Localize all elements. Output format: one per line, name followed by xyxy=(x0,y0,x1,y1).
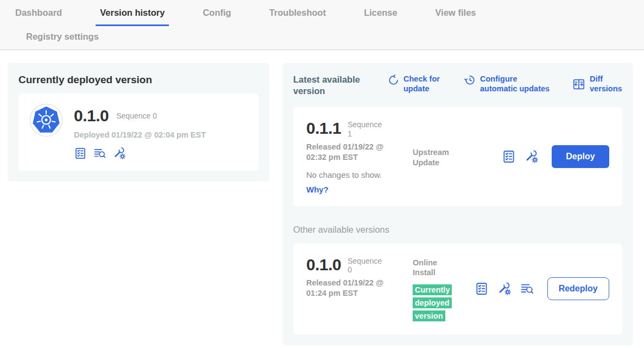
auto-update-icon xyxy=(464,74,476,86)
version-source-label: Online Install xyxy=(413,256,452,278)
nav-row-secondary: Registry settings xyxy=(15,26,644,49)
version-number: 0.1.0 xyxy=(74,108,109,124)
why-link[interactable]: Why? xyxy=(306,185,413,194)
sequence-label: Sequence 0 xyxy=(348,257,383,275)
latest-version-info: 0.1.1 Sequence 1 Released 01/19/22 @ 02:… xyxy=(306,119,413,194)
preflight-checks-icon[interactable] xyxy=(74,147,87,160)
diff-versions-label: Diff versions xyxy=(590,74,622,94)
deploy-button[interactable]: Deploy xyxy=(552,145,609,168)
tab-license[interactable]: License xyxy=(364,8,397,24)
tab-version-history[interactable]: Version history xyxy=(96,8,169,26)
currently-deployed-badge: Currently deployed version xyxy=(413,284,452,321)
diff-versions-link[interactable]: Diff versions xyxy=(572,74,622,94)
tab-dashboard[interactable]: Dashboard xyxy=(15,8,62,24)
latest-available-title: Latest available version xyxy=(293,74,369,96)
latest-version-actions: Deploy xyxy=(502,145,609,168)
configure-automatic-updates-label: Configure automatic updates xyxy=(480,74,554,94)
kubernetes-logo-icon xyxy=(29,103,63,137)
top-navigation: Dashboard Version history Config Trouble… xyxy=(0,0,644,50)
config-icon[interactable] xyxy=(113,147,126,160)
released-timestamp: Released 01/19/22 @ 02:32 pm EST xyxy=(306,142,397,163)
configure-automatic-updates-link[interactable]: Configure automatic updates xyxy=(464,74,554,94)
deployed-timestamp: Deployed 01/19/22 @ 02:04 pm EST xyxy=(74,130,206,139)
version-row: 0.1.0 Sequence 0 xyxy=(74,108,206,124)
config-icon[interactable] xyxy=(525,150,539,164)
other-version-actions: Redeploy xyxy=(475,277,609,300)
redeploy-button[interactable]: Redeploy xyxy=(547,277,609,300)
deploy-logs-icon[interactable] xyxy=(93,147,106,160)
check-for-update-link[interactable]: Check for update xyxy=(388,74,446,94)
version-row: 0.1.0 Sequence 0 xyxy=(306,257,413,275)
preflight-checks-icon[interactable] xyxy=(475,282,489,296)
version-number: 0.1.0 xyxy=(306,257,341,273)
latest-available-header: Latest available version Check for updat… xyxy=(293,74,622,96)
currently-deployed-badge-wrap: Currently deployed version xyxy=(413,283,458,322)
deploy-logs-icon[interactable] xyxy=(520,282,534,296)
main-content: Currently deployed version 0.1.0 Sequenc… xyxy=(0,50,644,345)
nav-row-primary: Dashboard Version history Config Trouble… xyxy=(15,8,644,26)
other-version-card: 0.1.0 Sequence 0 Released 01/19/22 @ 01:… xyxy=(293,244,622,335)
no-changes-text: No changes to show. xyxy=(306,170,413,179)
check-update-icon xyxy=(388,74,399,86)
config-icon[interactable] xyxy=(497,282,512,296)
tab-troubleshoot[interactable]: Troubleshoot xyxy=(269,8,326,24)
other-version-middle: Online Install Currently deployed versio… xyxy=(413,256,458,323)
check-for-update-label: Check for update xyxy=(403,74,446,94)
deployed-version-info: 0.1.0 Sequence 0 Deployed 01/19/22 @ 02:… xyxy=(74,103,206,160)
currently-deployed-title: Currently deployed version xyxy=(18,74,258,86)
deployed-version-card: 0.1.0 Sequence 0 Deployed 01/19/22 @ 02:… xyxy=(18,94,258,171)
preflight-checks-icon[interactable] xyxy=(502,150,516,164)
other-available-versions-title: Other available versions xyxy=(293,225,622,235)
deployed-action-icons xyxy=(74,147,206,160)
latest-version-card: 0.1.1 Sequence 1 Released 01/19/22 @ 02:… xyxy=(293,107,622,206)
latest-available-panel: Latest available version Check for updat… xyxy=(282,63,633,345)
tab-registry-settings[interactable]: Registry settings xyxy=(26,32,99,43)
version-number: 0.1.1 xyxy=(306,120,341,136)
currently-deployed-panel: Currently deployed version 0.1.0 Sequenc… xyxy=(8,63,269,182)
version-source-label: Upstream Update xyxy=(413,119,452,168)
tab-config[interactable]: Config xyxy=(203,8,231,24)
sequence-label: Sequence 1 xyxy=(348,120,383,139)
diff-icon xyxy=(572,78,585,91)
version-row: 0.1.1 Sequence 1 xyxy=(306,120,413,139)
sequence-label: Sequence 0 xyxy=(116,111,157,121)
tab-view-files[interactable]: View files xyxy=(435,8,476,24)
other-version-info: 0.1.0 Sequence 0 Released 01/19/22 @ 01:… xyxy=(306,256,413,299)
released-timestamp: Released 01/19/22 @ 01:24 pm EST xyxy=(306,278,397,299)
